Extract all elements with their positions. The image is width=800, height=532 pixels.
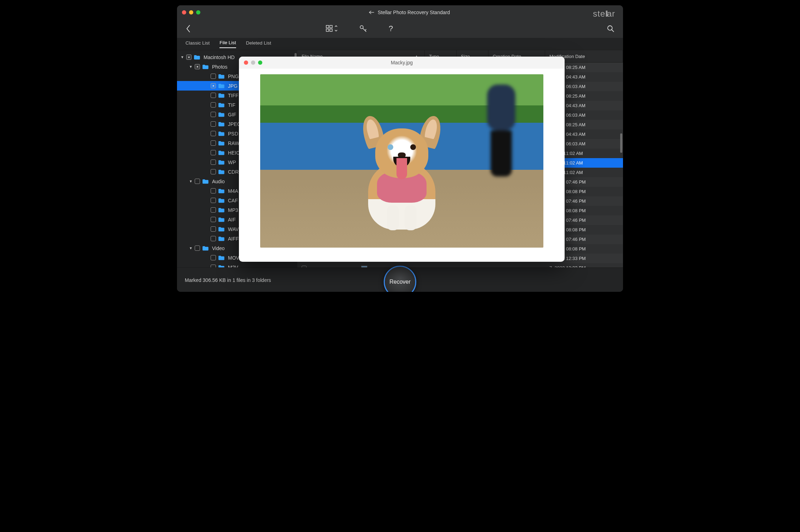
checkbox[interactable] [211, 102, 216, 108]
brand-logo: stellar [593, 9, 615, 19]
minimize-icon[interactable] [189, 10, 193, 15]
file-row[interactable]: 7, 2022 12:33 PM [297, 263, 623, 267]
window-controls [182, 10, 200, 15]
folder-icon [218, 150, 224, 155]
checkbox[interactable] [211, 207, 216, 213]
filelist-scrollbar[interactable] [620, 133, 622, 153]
folder-icon [218, 227, 224, 232]
preview-filename: Macky.jpg [262, 60, 541, 65]
tab-deleted-list[interactable]: Deleted List [246, 40, 271, 48]
folder-icon [218, 198, 224, 203]
svg-point-5 [608, 26, 612, 30]
nav-back-button[interactable] [185, 24, 191, 33]
checkbox[interactable] [211, 226, 216, 232]
checkbox[interactable] [211, 131, 216, 136]
folder-icon [218, 236, 224, 241]
svg-point-4 [360, 25, 363, 29]
folder-icon [202, 246, 208, 251]
folder-icon [218, 160, 224, 165]
folder-icon [202, 179, 208, 184]
checkbox[interactable] [211, 150, 216, 155]
checkbox[interactable] [211, 188, 216, 193]
checkbox[interactable] [195, 179, 200, 184]
tree-item[interactable]: M2V [177, 262, 297, 267]
preview-window-controls [244, 60, 262, 65]
app-title: Stellar Photo Recovery Standard [378, 10, 450, 15]
back-arrow-icon[interactable] [368, 10, 375, 15]
svg-rect-2 [326, 29, 329, 31]
checkbox[interactable] [211, 198, 216, 203]
close-icon[interactable] [182, 10, 186, 15]
checkbox[interactable] [195, 245, 200, 251]
folder-icon [218, 265, 224, 268]
checkbox[interactable] [211, 74, 216, 79]
checkbox[interactable] [211, 121, 216, 127]
minimize-icon [251, 60, 255, 65]
view-grid-button[interactable] [326, 24, 338, 33]
view-tabs: Classic List File List Deleted List [177, 38, 623, 50]
key-icon[interactable] [359, 24, 367, 33]
folder-icon [218, 189, 224, 193]
folder-icon [202, 64, 208, 69]
help-icon[interactable]: ? [389, 24, 393, 33]
checkbox[interactable] [211, 93, 216, 98]
folder-icon [218, 169, 224, 174]
tab-file-list[interactable]: File List [219, 40, 236, 48]
dog-subject [356, 120, 448, 226]
checkbox[interactable] [211, 265, 216, 267]
svg-rect-0 [326, 25, 329, 28]
preview-image [260, 74, 543, 248]
checkbox[interactable] [211, 112, 216, 117]
svg-rect-1 [330, 25, 332, 28]
background-person [482, 85, 521, 177]
folder-icon [218, 74, 224, 79]
folder-icon [218, 131, 224, 136]
checkbox[interactable] [195, 64, 200, 69]
folder-icon [218, 93, 224, 98]
titlebar: Stellar Photo Recovery Standard stellar [177, 5, 623, 19]
folder-icon [218, 103, 224, 108]
checkbox[interactable] [211, 160, 216, 165]
footer: Marked 306.56 KB in 1 files in 3 folders… [177, 267, 623, 292]
folder-icon [218, 217, 224, 222]
checkbox[interactable] [211, 255, 216, 260]
close-icon[interactable] [244, 60, 248, 65]
folder-icon [218, 112, 224, 117]
checkbox[interactable] [211, 83, 216, 88]
folder-icon [218, 83, 224, 88]
search-icon[interactable] [607, 25, 615, 33]
preview-window: Macky.jpg [239, 57, 565, 262]
svg-rect-3 [330, 29, 332, 31]
checkbox[interactable] [211, 169, 216, 174]
folder-icon [218, 122, 224, 127]
checkbox[interactable] [211, 140, 216, 146]
toolbar: ? [177, 19, 623, 38]
folder-icon [218, 141, 224, 146]
checkbox[interactable] [211, 217, 216, 222]
zoom-icon[interactable] [196, 10, 200, 15]
tab-classic-list[interactable]: Classic List [185, 40, 210, 48]
checkbox[interactable] [211, 236, 216, 241]
folder-icon [218, 208, 224, 213]
folder-icon [194, 55, 200, 60]
zoom-icon[interactable] [258, 60, 262, 65]
recover-button[interactable]: Recover [384, 266, 416, 292]
checkbox[interactable] [186, 54, 192, 60]
status-text: Marked 306.56 KB in 1 files in 3 folders [185, 277, 271, 283]
folder-icon [218, 255, 224, 260]
